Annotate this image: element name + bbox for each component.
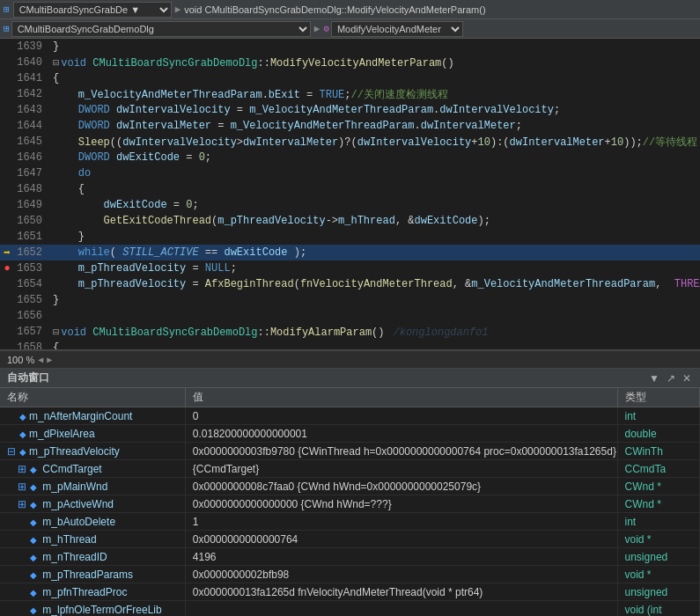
code-line: 1648 { bbox=[0, 181, 700, 197]
panel-controls: ▼ ↗ ✕ bbox=[647, 372, 693, 385]
code-line: 1658 { bbox=[0, 340, 700, 349]
line-content: m_pThreadVelocity = AfxBeginThread(fnVel… bbox=[49, 278, 700, 290]
zoom-bar: 100 % ◀ ▶ bbox=[0, 351, 700, 369]
type-text: CCmdTa bbox=[625, 463, 667, 475]
table-row[interactable]: ◆ m_pfnThreadProc 0x000000013fa1265d fnV… bbox=[0, 583, 700, 601]
panel-float-btn[interactable]: ↗ bbox=[665, 372, 677, 385]
class-icon: ⊞ bbox=[4, 4, 10, 15]
var-name: m_pActiveWnd bbox=[40, 498, 114, 510]
col-header-value: 值 bbox=[185, 388, 617, 407]
val-text: 0x0000000000000000 {CWnd hWnd=???} bbox=[193, 498, 392, 510]
type-text: double bbox=[625, 428, 657, 440]
code-line: 1645 Sleep((dwIntervalVelocity>dwInterva… bbox=[0, 134, 700, 150]
var-icon: ◆ bbox=[19, 429, 26, 439]
table-row[interactable]: ◆m_dPixelArea 0.018200000000000001 doubl… bbox=[0, 425, 700, 443]
line-number: 1653 bbox=[14, 262, 49, 275]
expand-icon[interactable] bbox=[18, 516, 28, 528]
type-text: CWnd * bbox=[625, 480, 661, 493]
line-number: 1650 bbox=[14, 215, 49, 227]
line-number: 1651 bbox=[14, 231, 49, 243]
code-line: 1639 } bbox=[0, 39, 700, 55]
panel-close-btn[interactable]: ✕ bbox=[681, 372, 693, 385]
table-row[interactable]: ◆ m_nThreadID 4196 unsigned bbox=[0, 548, 700, 566]
method-title: void CMultiBoardSyncGrabDemoDlg::ModifyV… bbox=[184, 4, 485, 15]
expand-icon[interactable]: ⊞ bbox=[18, 463, 28, 475]
code-line: 1643 DWORD dwIntervalVelocity = m_Veloci… bbox=[0, 102, 700, 118]
title-bar: ⊞ CMultiBoardSyncGrabDe ▼ ▶ void CMultiB… bbox=[0, 0, 700, 19]
line-content: DWORD dwIntervalMeter = m_VelocityAndMet… bbox=[49, 120, 700, 132]
line-content: while( STILL_ACTIVE == dwExitCode ); bbox=[49, 246, 700, 259]
auto-panel: 自动窗口 ▼ ↗ ✕ 名称 值 类型 ◆m_nAfterMarginCount … bbox=[0, 369, 700, 616]
expand-icon[interactable]: ⊟ bbox=[7, 445, 18, 458]
line-number: 1644 bbox=[14, 120, 49, 132]
line-content: GetExitCodeThread(m_pThreadVelocity->m_h… bbox=[49, 215, 700, 227]
var-name: m_hThread bbox=[40, 533, 97, 546]
table-row[interactable]: ⊞◆ m_pMainWnd 0x0000000008c7faa0 {CWnd h… bbox=[0, 478, 700, 495]
expand-icon[interactable] bbox=[7, 410, 18, 422]
line-number: 1645 bbox=[14, 136, 49, 148]
type-text: int bbox=[625, 410, 637, 422]
line-content: dwExitCode = 0; bbox=[49, 199, 700, 211]
code-line: 1640 ⊟void CMultiBoardSyncGrabDemoDlg::M… bbox=[0, 55, 700, 70]
var-name: m_pfnThreadProc bbox=[40, 586, 127, 598]
expand-icon[interactable] bbox=[18, 551, 28, 563]
line-content: ⊟void CMultiBoardSyncGrabDemoDlg::Modify… bbox=[49, 56, 700, 70]
var-name: m_lpfnOleTermOrFreeLib bbox=[40, 604, 162, 616]
line-content: } bbox=[49, 40, 700, 53]
code-line: 1656 bbox=[0, 308, 700, 324]
expand-icon[interactable] bbox=[18, 568, 28, 581]
code-line: 1644 DWORD dwIntervalMeter = m_VelocityA… bbox=[0, 118, 700, 134]
var-name: m_pThreadParams bbox=[40, 568, 133, 581]
class-selector[interactable]: CMultiBoardSyncGrabDemoDlg bbox=[11, 21, 311, 37]
code-line: 1646 DWORD dwExitCode = 0; bbox=[0, 150, 700, 165]
line-number: 1658 bbox=[14, 341, 49, 349]
var-icon: ◆ bbox=[30, 605, 37, 615]
table-row[interactable]: ◆ m_lpfnOleTermOrFreeLib void (int bbox=[0, 601, 700, 617]
expand-icon[interactable] bbox=[18, 586, 28, 598]
line-content: Sleep((dwIntervalVelocity>dwIntervalMete… bbox=[49, 135, 700, 150]
table-row[interactable]: ◆m_nAfterMarginCount 0 int bbox=[0, 407, 700, 425]
method-selector[interactable]: ModifyVelocityAndMeter bbox=[331, 21, 463, 37]
table-row[interactable]: ⊟◆m_pThreadVelocity 0x0000000003fb9780 {… bbox=[0, 443, 700, 460]
table-row[interactable]: ◆ m_bAutoDelete 1 int bbox=[0, 513, 700, 531]
zoom-left-arrow[interactable]: ◀ bbox=[38, 355, 43, 365]
code-lines: 1639 } 1640 ⊟void CMultiBoardSyncGrabDem… bbox=[0, 39, 700, 349]
code-line: 1647 do bbox=[0, 165, 700, 181]
zoom-right-arrow[interactable]: ▶ bbox=[47, 355, 52, 365]
code-editor: 1639 } 1640 ⊟void CMultiBoardSyncGrabDem… bbox=[0, 39, 700, 351]
type-text: unsigned bbox=[625, 586, 668, 598]
line-number: 1648 bbox=[14, 183, 49, 195]
table-row[interactable]: ⊞◆ m_pActiveWnd 0x0000000000000000 {CWnd… bbox=[0, 495, 700, 513]
expand-icon[interactable]: ⊞ bbox=[18, 498, 28, 510]
expand-icon[interactable] bbox=[18, 604, 28, 616]
var-icon: ◆ bbox=[19, 412, 26, 422]
col-header-type: 类型 bbox=[617, 388, 699, 407]
expand-icon[interactable] bbox=[18, 533, 28, 546]
col-header-name: 名称 bbox=[0, 388, 185, 407]
breakpoint-marker: ● bbox=[0, 262, 14, 275]
val-text: 0x0000000000000764 bbox=[193, 533, 298, 546]
line-number: 1656 bbox=[14, 310, 49, 322]
code-line: 1650 GetExitCodeThread(m_pThreadVelocity… bbox=[0, 213, 700, 229]
table-row[interactable]: ⊞◆ CCmdTarget {CCmdTarget} CCmdTa bbox=[0, 460, 700, 478]
code-line: 1655 } bbox=[0, 292, 700, 308]
panel-dock-btn[interactable]: ▼ bbox=[647, 372, 661, 385]
line-content: do bbox=[49, 167, 700, 180]
type-text: unsigned bbox=[625, 551, 668, 563]
expand-icon[interactable]: ⊞ bbox=[18, 480, 28, 493]
separator: ▶ bbox=[175, 4, 181, 15]
expand-icon[interactable] bbox=[7, 428, 18, 440]
line-number: 1643 bbox=[14, 104, 49, 116]
line-number: 1639 bbox=[14, 40, 49, 53]
table-header: 名称 值 类型 bbox=[0, 388, 700, 407]
class-dropdown[interactable]: CMultiBoardSyncGrabDe ▼ bbox=[13, 2, 172, 18]
line-number: 1654 bbox=[14, 278, 49, 290]
val-text: 0.018200000000000001 bbox=[193, 428, 307, 440]
table-container: 名称 值 类型 ◆m_nAfterMarginCount 0 int ◆m_dP… bbox=[0, 388, 700, 616]
var-name: m_pMainWnd bbox=[40, 480, 107, 493]
type-text: void * bbox=[625, 568, 652, 581]
table-row[interactable]: ◆ m_hThread 0x0000000000000764 void * bbox=[0, 531, 700, 548]
code-line: 1654 m_pThreadVelocity = AfxBeginThread(… bbox=[0, 276, 700, 292]
var-icon: ◆ bbox=[30, 570, 37, 580]
table-row[interactable]: ◆ m_pThreadParams 0x0000000002bfb98 void… bbox=[0, 566, 700, 583]
